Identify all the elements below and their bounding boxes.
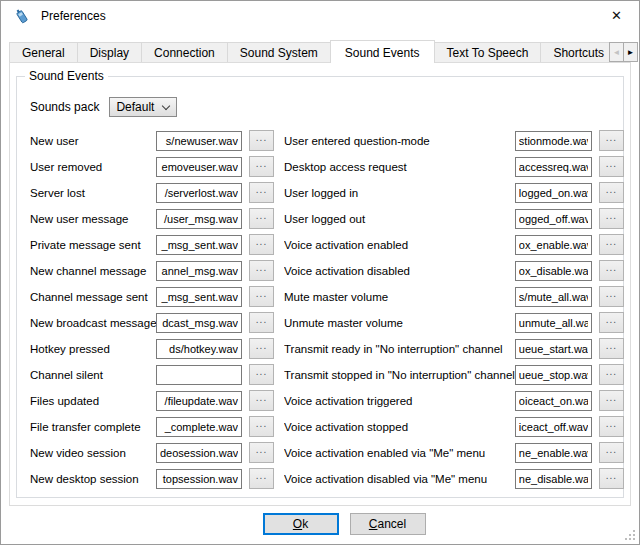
sound-file-input[interactable] — [515, 261, 592, 281]
sound-event-label: New video session — [30, 447, 156, 459]
sound-file-input[interactable] — [156, 131, 242, 151]
sound-file-input[interactable] — [156, 339, 242, 359]
browse-button[interactable]: ... — [249, 364, 274, 385]
tab-scroll-left-icon[interactable]: ◄ — [609, 42, 624, 62]
sound-event-row: New user... — [30, 130, 274, 151]
sound-event-row: Voice activation stopped... — [284, 416, 624, 437]
browse-button[interactable]: ... — [599, 468, 624, 489]
sound-file-input[interactable] — [156, 261, 242, 281]
sound-file-input[interactable] — [515, 157, 592, 177]
tab-connection[interactable]: Connection — [141, 42, 228, 63]
sound-events-column-left: New user...User removed...Server lost...… — [30, 130, 274, 489]
sound-file-input[interactable] — [515, 443, 592, 463]
sound-file-input[interactable] — [156, 235, 242, 255]
sound-event-label: Hotkey pressed — [30, 343, 156, 355]
browse-button[interactable]: ... — [599, 208, 624, 229]
resize-grip[interactable] — [625, 530, 635, 540]
sound-event-row: User removed... — [30, 156, 274, 177]
browse-button[interactable]: ... — [249, 312, 274, 333]
sound-event-row: Files updated... — [30, 390, 274, 411]
sound-event-row: Transmit ready in "No interruption" chan… — [284, 338, 624, 359]
sounds-pack-label: Sounds pack — [30, 100, 99, 114]
sound-event-row: User logged out... — [284, 208, 624, 229]
sound-file-input[interactable] — [515, 417, 592, 437]
sound-event-row: New video session... — [30, 442, 274, 463]
browse-button[interactable]: ... — [249, 260, 274, 281]
sound-event-label: Voice activation enabled via "Me" menu — [284, 447, 515, 459]
sound-file-input[interactable] — [156, 209, 242, 229]
browse-button[interactable]: ... — [249, 468, 274, 489]
tab-display[interactable]: Display — [77, 42, 142, 63]
sound-file-input[interactable] — [515, 287, 592, 307]
browse-button[interactable]: ... — [599, 390, 624, 411]
browse-button[interactable]: ... — [599, 130, 624, 151]
sound-file-input[interactable] — [156, 313, 242, 333]
tab-general[interactable]: General — [9, 42, 78, 63]
app-icon — [12, 6, 32, 26]
browse-button[interactable]: ... — [249, 156, 274, 177]
browse-button[interactable]: ... — [249, 416, 274, 437]
sound-event-label: File transfer complete — [30, 421, 156, 433]
sound-file-input[interactable] — [515, 365, 592, 385]
sound-event-label: New channel message — [30, 265, 156, 277]
browse-button[interactable]: ... — [249, 182, 274, 203]
sound-file-input[interactable] — [156, 391, 242, 411]
tab-sound-system[interactable]: Sound System — [227, 42, 331, 63]
browse-button[interactable]: ... — [599, 286, 624, 307]
sound-event-label: Private message sent — [30, 239, 156, 251]
browse-button[interactable]: ... — [599, 338, 624, 359]
sound-event-columns: New user...User removed...Server lost...… — [30, 130, 613, 489]
cancel-button[interactable]: Cancel — [350, 513, 426, 535]
sound-event-label: Mute master volume — [284, 291, 515, 303]
browse-button[interactable]: ... — [599, 156, 624, 177]
sound-event-row: New user message... — [30, 208, 274, 229]
sound-event-label: User logged out — [284, 213, 515, 225]
tab-sound-events[interactable]: Sound Events — [330, 40, 435, 63]
sound-event-row: File transfer complete... — [30, 416, 274, 437]
browse-button[interactable]: ... — [249, 130, 274, 151]
sound-file-input[interactable] — [515, 339, 592, 359]
sound-event-row: User logged in... — [284, 182, 624, 203]
browse-button[interactable]: ... — [249, 442, 274, 463]
tab-shortcuts[interactable]: Shortcuts — [540, 42, 617, 63]
sound-event-row: Voice activation triggered... — [284, 390, 624, 411]
sound-file-input[interactable] — [156, 443, 242, 463]
sounds-pack-row: Sounds pack Default — [30, 97, 613, 117]
tab-text-to-speech[interactable]: Text To Speech — [434, 42, 542, 63]
browse-button[interactable]: ... — [599, 364, 624, 385]
sounds-pack-select[interactable]: Default — [109, 97, 177, 117]
sound-event-row: Channel message sent... — [30, 286, 274, 307]
ok-button[interactable]: Ok — [263, 513, 339, 535]
sound-event-row: Voice activation enabled via "Me" menu..… — [284, 442, 624, 463]
sound-file-input[interactable] — [515, 209, 592, 229]
sound-file-input[interactable] — [515, 313, 592, 333]
sound-file-input[interactable] — [515, 391, 592, 411]
browse-button[interactable]: ... — [249, 234, 274, 255]
browse-button[interactable]: ... — [599, 182, 624, 203]
sound-file-input[interactable] — [156, 417, 242, 437]
sound-event-label: Voice activation disabled via "Me" menu — [284, 473, 515, 485]
sound-event-row: Private message sent... — [30, 234, 274, 255]
sound-event-label: Desktop access request — [284, 161, 515, 173]
sound-file-input[interactable] — [156, 365, 242, 385]
browse-button[interactable]: ... — [249, 338, 274, 359]
browse-button[interactable]: ... — [599, 416, 624, 437]
sound-file-input[interactable] — [515, 131, 592, 151]
browse-button[interactable]: ... — [249, 208, 274, 229]
sound-file-input[interactable] — [156, 157, 242, 177]
browse-button[interactable]: ... — [599, 260, 624, 281]
browse-button[interactable]: ... — [599, 442, 624, 463]
browse-button[interactable]: ... — [249, 390, 274, 411]
browse-button[interactable]: ... — [599, 234, 624, 255]
sound-file-input[interactable] — [515, 469, 592, 489]
sound-file-input[interactable] — [156, 183, 242, 203]
sound-file-input[interactable] — [515, 183, 592, 203]
browse-button[interactable]: ... — [599, 312, 624, 333]
sound-event-label: Voice activation disabled — [284, 265, 515, 277]
sound-file-input[interactable] — [156, 287, 242, 307]
sound-file-input[interactable] — [156, 469, 242, 489]
sound-file-input[interactable] — [515, 235, 592, 255]
browse-button[interactable]: ... — [249, 286, 274, 307]
close-icon[interactable]: ✕ — [594, 1, 639, 30]
tab-scroll-right-icon[interactable]: ► — [623, 42, 638, 62]
